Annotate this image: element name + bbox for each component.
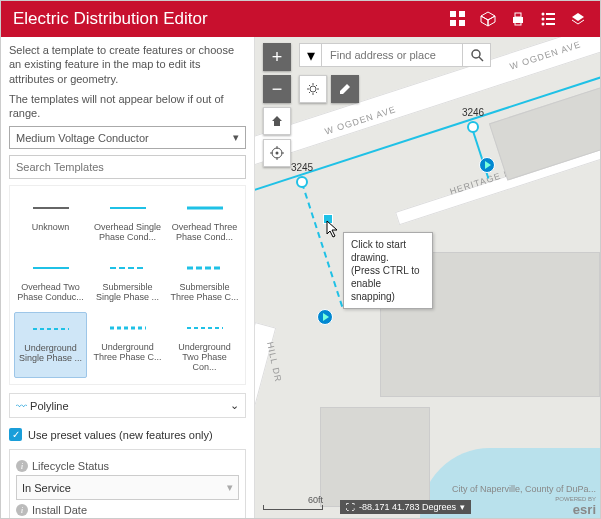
template-oh-single[interactable]: Overhead Single Phase Cond...: [91, 192, 164, 248]
svg-point-30: [310, 86, 316, 92]
preset-checkbox-row[interactable]: ✓ Use preset values (new features only): [9, 428, 246, 441]
direction-arrow-icon: [317, 309, 333, 325]
search-history-button[interactable]: ▾: [300, 44, 322, 66]
svg-rect-5: [515, 13, 521, 17]
draw-tool-select[interactable]: 〰 Polyline ⌄: [9, 393, 246, 418]
print-icon[interactable]: [504, 5, 532, 33]
search-button[interactable]: [462, 44, 490, 66]
template-ug-three[interactable]: Underground Three Phase C...: [91, 312, 164, 378]
node-label-b: 3246: [462, 107, 484, 118]
template-grid: Unknown Overhead Single Phase Cond... Ov…: [9, 185, 246, 385]
scale-bar: 60ft: [263, 495, 323, 510]
lifecycle-label: iLifecycle Status: [16, 460, 239, 472]
svg-point-23: [276, 152, 279, 155]
svg-rect-1: [459, 11, 465, 17]
info-icon: i: [16, 460, 28, 472]
zoom-controls: + −: [263, 43, 291, 167]
svg-line-29: [479, 57, 483, 61]
editor-sidebar: Select a template to create features or …: [1, 37, 255, 518]
attribution: City of Naperville, County of DuPa... PO…: [452, 485, 596, 516]
template-ug-single[interactable]: Underground Single Phase ...: [14, 312, 87, 378]
draw-tool-label: Polyline: [30, 400, 69, 412]
zoom-in-button[interactable]: +: [263, 43, 291, 71]
map-view[interactable]: W OGDEN AVE W OGDEN AVE HERITAGE HILL DR…: [255, 37, 600, 518]
template-ug-two[interactable]: Underground Two Phase Con...: [168, 312, 241, 378]
settings-button[interactable]: [299, 75, 327, 103]
preset-label: Use preset values (new features only): [28, 429, 213, 441]
edit-button[interactable]: [331, 75, 359, 103]
layer-select-value: Medium Voltage Conductor: [16, 132, 149, 144]
header-toolbar: [444, 5, 600, 33]
grid-icon[interactable]: [444, 5, 472, 33]
svg-rect-3: [459, 20, 465, 26]
svg-point-9: [542, 18, 545, 21]
svg-rect-8: [546, 13, 555, 15]
dropdown-icon: ▾: [227, 481, 233, 494]
template-search-input[interactable]: [9, 155, 246, 179]
layers-icon[interactable]: [564, 5, 592, 33]
direction-arrow-icon: [479, 157, 495, 173]
lifecycle-input[interactable]: In Service▾: [16, 475, 239, 500]
install-label: iInstall Date: [16, 504, 239, 516]
expand-icon: ⛶: [346, 502, 355, 512]
chevron-down-icon: ▾: [233, 131, 239, 144]
template-oh-two[interactable]: Overhead Two Phase Conduc...: [14, 252, 87, 308]
svg-point-28: [472, 50, 480, 58]
search-bar: ▾: [299, 43, 491, 67]
locate-button[interactable]: [263, 139, 291, 167]
svg-rect-10: [546, 18, 555, 20]
svg-rect-2: [450, 20, 456, 26]
zoom-out-button[interactable]: −: [263, 75, 291, 103]
list-icon[interactable]: [534, 5, 562, 33]
drawing-tooltip: Click to start drawing. (Press CTRL to e…: [343, 232, 433, 309]
template-sub-single[interactable]: Submersible Single Phase ...: [91, 252, 164, 308]
app-title: Electric Distribution Editor: [13, 9, 208, 29]
svg-rect-12: [546, 23, 555, 25]
svg-point-7: [542, 13, 545, 16]
template-oh-three[interactable]: Overhead Three Phase Cond...: [168, 192, 241, 248]
map-search-input[interactable]: [322, 44, 462, 66]
cube-icon[interactable]: [474, 5, 502, 33]
cursor-icon: [326, 220, 340, 238]
template-unknown[interactable]: Unknown: [14, 192, 87, 248]
home-button[interactable]: [263, 107, 291, 135]
layer-select[interactable]: Medium Voltage Conductor ▾: [9, 126, 246, 149]
checkbox-checked-icon: ✓: [9, 428, 22, 441]
road-label-hill: HILL DR: [265, 341, 283, 383]
intro-text-1: Select a template to create features or …: [9, 43, 246, 86]
node-label-a: 3245: [291, 162, 313, 173]
info-icon: i: [16, 504, 28, 516]
app-header: Electric Distribution Editor: [1, 1, 600, 37]
chevron-down-icon: ⌄: [230, 399, 239, 412]
svg-rect-0: [450, 11, 456, 17]
template-sub-three[interactable]: Submersible Three Phase C...: [168, 252, 241, 308]
intro-text-2: The templates will not appear below if o…: [9, 92, 246, 121]
svg-point-11: [542, 23, 545, 26]
attribute-form: iLifecycle Status In Service▾ iInstall D…: [9, 449, 246, 518]
